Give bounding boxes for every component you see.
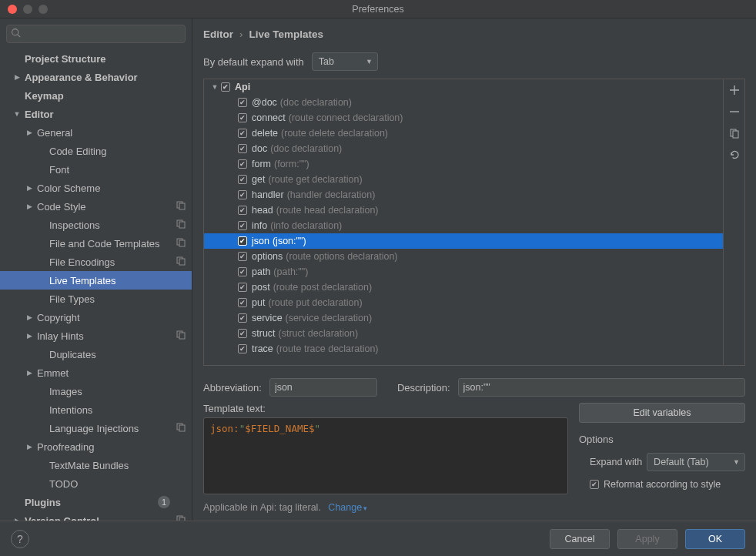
sidebar-item-file-and-code-templates[interactable]: ▶File and Code Templates: [0, 234, 192, 253]
template-checkbox[interactable]: [238, 221, 247, 230]
template-checkbox[interactable]: [238, 329, 247, 338]
sidebar-item-inlay-hints[interactable]: ▶Inlay Hints: [0, 327, 192, 345]
chevron-right-icon: ›: [239, 28, 243, 40]
sidebar-item-general[interactable]: ▶General: [0, 123, 192, 142]
template-desc: (route delete declaration): [281, 128, 388, 139]
sidebar-item-project-structure[interactable]: ▶Project Structure: [0, 49, 192, 68]
template-item[interactable]: service (service declaration): [204, 310, 723, 326]
expand-with-select[interactable]: Default (Tab) ▼: [647, 453, 745, 471]
template-checkbox[interactable]: [238, 98, 247, 107]
template-item[interactable]: trace (route trace declaration): [204, 341, 723, 357]
template-item[interactable]: delete (route delete declaration): [204, 126, 723, 141]
sidebar-item-color-scheme[interactable]: ▶Color Scheme: [0, 179, 192, 197]
plugins-badge: 1: [158, 496, 170, 508]
template-checkbox[interactable]: [238, 267, 247, 276]
template-item[interactable]: struct (struct declaration): [204, 326, 723, 341]
default-expand-select[interactable]: Tab ▼: [312, 52, 378, 71]
sidebar-item-intentions[interactable]: ▶Intentions: [0, 400, 192, 419]
chevron-down-icon: ▼: [733, 458, 740, 466]
close-window-button[interactable]: [8, 5, 17, 14]
sidebar-item-copyright[interactable]: ▶Copyright: [0, 308, 192, 327]
applicable-contexts-text: Applicable in Api: tag literal.: [203, 502, 321, 513]
revert-template-button[interactable]: [728, 149, 741, 161]
sidebar-item-live-templates[interactable]: ▶Live Templates: [0, 271, 192, 290]
template-item[interactable]: post (route post declaration): [204, 280, 723, 295]
svg-rect-7: [179, 240, 185, 246]
template-checkbox[interactable]: [238, 344, 247, 353]
template-checkbox[interactable]: [238, 175, 247, 184]
template-item[interactable]: options (route options declaration): [204, 249, 723, 264]
template-checkbox[interactable]: [238, 190, 247, 199]
template-item[interactable]: json (json:""): [204, 233, 723, 249]
sidebar-item-todo[interactable]: ▶TODO: [0, 474, 192, 493]
sidebar-item-duplicates[interactable]: ▶Duplicates: [0, 345, 192, 363]
titlebar: Preferences: [0, 0, 756, 18]
template-desc: (route options declaration): [286, 251, 397, 262]
project-scheme-icon: [176, 256, 186, 268]
zoom-window-button[interactable]: [38, 5, 48, 14]
group-checkbox[interactable]: [221, 82, 230, 92]
template-group-api[interactable]: ▼Api: [204, 79, 723, 95]
description-input[interactable]: [458, 378, 745, 397]
settings-search-input[interactable]: [6, 25, 186, 43]
template-item[interactable]: @doc (doc declaration): [204, 95, 723, 110]
sidebar-item-file-encodings[interactable]: ▶File Encodings: [0, 253, 192, 271]
template-checkbox[interactable]: [238, 129, 247, 138]
template-checkbox[interactable]: [238, 283, 247, 292]
add-template-button[interactable]: [728, 84, 741, 96]
help-button[interactable]: ?: [11, 530, 29, 548]
abbreviation-label: Abbreviation:: [203, 382, 262, 394]
template-item[interactable]: put (route put declaration): [204, 295, 723, 310]
template-text-editor[interactable]: json:"$FIELD_NAME$": [203, 417, 568, 494]
sidebar-item-appearance-behavior[interactable]: ▶Appearance & Behavior: [0, 68, 192, 86]
template-desc: (route post declaration): [273, 282, 373, 293]
apply-button[interactable]: Apply: [617, 529, 677, 549]
template-name: connect: [252, 112, 286, 123]
template-item[interactable]: doc (doc declaration): [204, 141, 723, 156]
sidebar-item-plugins[interactable]: ▶Plugins1: [0, 493, 192, 511]
template-checkbox[interactable]: [238, 252, 247, 261]
sidebar-item-font[interactable]: ▶Font: [0, 160, 192, 179]
duplicate-template-button[interactable]: [728, 127, 741, 139]
templates-list[interactable]: ▼Api@doc (doc declaration)connect (route…: [204, 79, 723, 365]
template-checkbox[interactable]: [238, 159, 247, 169]
sidebar-item-file-types[interactable]: ▶File Types: [0, 290, 192, 308]
abbreviation-input[interactable]: [269, 378, 377, 397]
template-item[interactable]: form (form:""): [204, 156, 723, 172]
breadcrumb-editor[interactable]: Editor: [203, 28, 233, 40]
template-item[interactable]: path (path:""): [204, 264, 723, 280]
sidebar-item-editor[interactable]: ▼Editor: [0, 105, 192, 123]
template-checkbox[interactable]: [238, 236, 247, 246]
template-checkbox[interactable]: [238, 298, 247, 307]
change-contexts-link[interactable]: Change▾: [328, 502, 367, 513]
template-checkbox[interactable]: [238, 144, 247, 153]
template-item[interactable]: get (route get declaration): [204, 172, 723, 187]
sidebar-item-emmet[interactable]: ▶Emmet: [0, 363, 192, 382]
expand-with-label: Expand with: [590, 457, 642, 467]
edit-variables-button[interactable]: Edit variables: [579, 403, 745, 423]
template-checkbox[interactable]: [238, 113, 247, 122]
cancel-button[interactable]: Cancel: [550, 529, 610, 549]
sidebar-item-textmate-bundles[interactable]: ▶TextMate Bundles: [0, 456, 192, 474]
sidebar-item-code-editing[interactable]: ▶Code Editing: [0, 142, 192, 160]
template-item[interactable]: handler (handler declaration): [204, 187, 723, 203]
remove-template-button[interactable]: [728, 106, 741, 118]
sidebar-item-images[interactable]: ▶Images: [0, 382, 192, 400]
sidebar-item-keymap[interactable]: ▶Keymap: [0, 86, 192, 105]
sidebar-item-language-injections[interactable]: ▶Language Injections: [0, 419, 192, 437]
sidebar-item-inspections[interactable]: ▶Inspections: [0, 216, 192, 234]
template-item[interactable]: connect (route connect declaration): [204, 110, 723, 126]
reformat-checkbox[interactable]: [590, 480, 599, 489]
sidebar-item-version-control[interactable]: ▶Version Control: [0, 511, 192, 521]
minimize-window-button[interactable]: [23, 5, 32, 14]
template-checkbox[interactable]: [238, 206, 247, 215]
template-desc: (doc declaration): [270, 143, 342, 154]
sidebar-item-proofreading[interactable]: ▶Proofreading: [0, 437, 192, 456]
sidebar-item-code-style[interactable]: ▶Code Style: [0, 197, 192, 216]
template-name: json: [252, 236, 269, 246]
template-item[interactable]: head (route head declaration): [204, 203, 723, 218]
template-name: post: [252, 282, 270, 293]
template-checkbox[interactable]: [238, 313, 247, 323]
template-item[interactable]: info (info declaration): [204, 218, 723, 233]
ok-button[interactable]: OK: [685, 529, 745, 549]
